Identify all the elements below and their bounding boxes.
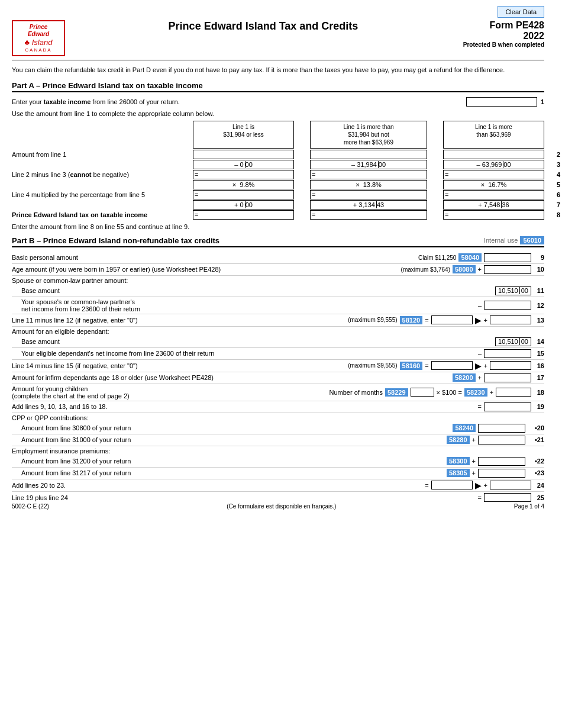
- row2-input-b[interactable]: [310, 150, 427, 159]
- line1-label: Enter your taxable income from line 2600…: [12, 98, 466, 105]
- row12-label: Your spouse's or common-law partner'snet…: [21, 298, 478, 313]
- row17-linenum: 17: [534, 374, 544, 381]
- intro-text: You can claim the refundable tax credit …: [12, 65, 544, 75]
- row3-a-cell: – 000: [193, 160, 294, 169]
- row16-eq: =: [425, 362, 428, 369]
- row22-label: Amount from line 31200 of your return: [21, 458, 447, 465]
- row18-months-input[interactable]: [411, 388, 434, 397]
- row16-input[interactable]: [431, 361, 473, 370]
- row15-input[interactable]: [484, 349, 531, 358]
- part-b-row-13: Line 11 minus line 12 (if negative, ente…: [12, 314, 544, 327]
- part-b-row-25: Line 19 plus line 24 = 25: [12, 492, 544, 504]
- row8-a-cell: =: [193, 210, 294, 220]
- spacer1: [294, 121, 310, 149]
- row2-input-c[interactable]: [443, 150, 544, 159]
- row20-label: Amount from line 30800 of your return: [21, 424, 453, 431]
- row21-input[interactable]: [478, 436, 525, 444]
- logo: Prince Edward ♣ Island CANADA: [12, 20, 65, 56]
- part-b-row-14: Base amount 10,51000 14: [12, 336, 544, 348]
- row16-arrow: ▶: [475, 361, 482, 371]
- row13-input[interactable]: [431, 315, 473, 324]
- row15-label: Your eligible dependant's net income fro…: [21, 350, 478, 357]
- part-b-row-20: Amount from line 30800 of your return 58…: [12, 423, 544, 434]
- row10-code: 58080: [453, 265, 476, 273]
- row5-b-cell: × 13.8%: [310, 180, 427, 189]
- row11-amount: 10,51000: [495, 286, 531, 295]
- row21-label: Amount from line 31000 of your return: [21, 436, 447, 443]
- row2-input-a[interactable]: [193, 150, 294, 159]
- row21-plus: +: [472, 436, 476, 443]
- row6-a-cell: =: [193, 190, 294, 199]
- row24-input[interactable]: [431, 481, 473, 489]
- row17-label: Amount for infirm dependants age 18 or o…: [12, 374, 453, 381]
- row3-b-cell: – 31,98400: [310, 160, 427, 169]
- row16-plus: +: [484, 362, 487, 369]
- row13-input2[interactable]: [490, 315, 531, 324]
- row17-plus: +: [478, 374, 482, 381]
- footer-page-text: Page 1 of 4: [514, 503, 544, 510]
- row22-input[interactable]: [478, 457, 525, 466]
- part-b-row-9: Basic personal amount Claim $11,250 5804…: [12, 252, 544, 264]
- row6-label: Line 4 multiplied by the percentage from…: [12, 191, 193, 198]
- row19-linenum: 19: [534, 403, 544, 410]
- row9-linenum: 9: [534, 254, 544, 261]
- row24-linenum: 24: [534, 482, 544, 489]
- row20-code: 58240: [453, 424, 476, 432]
- row18-label: Amount for young children(complete the c…: [12, 385, 329, 400]
- row22-linenum: •22: [528, 458, 544, 465]
- row14-label: Base amount: [21, 338, 495, 345]
- spouse-header: Spouse or common-law partner amount:: [12, 276, 544, 285]
- part-b-row-10: Age amount (if you were born in 1957 or …: [12, 264, 544, 276]
- row8-b-cell: =: [310, 210, 427, 220]
- row14-amount: 10,51000: [495, 337, 531, 346]
- row22-plus: +: [472, 458, 476, 465]
- row9-label: Basic personal amount: [12, 254, 418, 261]
- line1-input[interactable]: [466, 97, 537, 107]
- part-b-row-12: Your spouse's or common-law partner'snet…: [12, 297, 544, 314]
- row7-b-cell: + 3,13443: [310, 200, 427, 210]
- row5-num: 5: [544, 181, 560, 188]
- row18-code-result: 58230: [464, 388, 487, 397]
- row24-eq: =: [425, 482, 428, 489]
- form-info: Form PE428 2022 Protected B when complet…: [450, 20, 544, 48]
- col-c-header: Line 1 is morethan $63,969: [443, 121, 544, 149]
- row12-op: –: [478, 302, 482, 309]
- row17-input[interactable]: [484, 373, 531, 382]
- row12-linenum: 12: [534, 302, 544, 309]
- row13-linenum: 13: [534, 317, 544, 324]
- row6-b-cell: =: [310, 190, 427, 199]
- row18-code-months: 58229: [385, 388, 408, 397]
- row11-linenum: 11: [534, 287, 544, 294]
- row23-input[interactable]: [478, 469, 525, 478]
- row12-input[interactable]: [484, 301, 531, 310]
- row17-code: 58200: [453, 373, 476, 382]
- footer-french-text: (Ce formulaire est disponible en françai…: [227, 503, 336, 510]
- row9-input[interactable]: [484, 253, 531, 262]
- row24-label: Add lines 20 to 23.: [12, 482, 425, 489]
- row10-input[interactable]: [484, 265, 531, 274]
- clear-data-button[interactable]: Clear Data: [498, 6, 544, 18]
- part-b-row-21: Amount from line 31000 of your return 58…: [12, 434, 544, 446]
- internal-use-code: 56010: [520, 236, 544, 244]
- row4-num: 4: [544, 171, 560, 178]
- row11-label: Base amount: [21, 287, 495, 294]
- row18-input[interactable]: [496, 388, 531, 397]
- row24-arrow: ▶: [475, 481, 482, 490]
- logo-prince: Prince: [17, 24, 60, 31]
- row13-plus: +: [484, 317, 487, 324]
- row16-input2[interactable]: [490, 361, 531, 370]
- row7-num: 7: [544, 201, 560, 208]
- row23-label: Amount from line 31217 of your return: [21, 469, 447, 476]
- row10-label: Age amount (if you were born in 1957 or …: [12, 266, 401, 273]
- row16-claim: (maximum $9,555): [348, 362, 397, 369]
- row25-input[interactable]: [484, 493, 531, 502]
- part-b-row-23: Amount from line 31217 of your return 58…: [12, 468, 544, 479]
- row24-input2[interactable]: [490, 481, 531, 489]
- part-b-title: Part B – Prince Edward Island non-refund…: [12, 236, 544, 247]
- line1-num: 1: [541, 98, 544, 105]
- row20-input[interactable]: [478, 424, 525, 433]
- col-header-empty: [12, 121, 193, 149]
- row24-plus: +: [484, 482, 487, 489]
- row2-label: Amount from line 1: [12, 151, 193, 158]
- row19-input[interactable]: [484, 402, 531, 411]
